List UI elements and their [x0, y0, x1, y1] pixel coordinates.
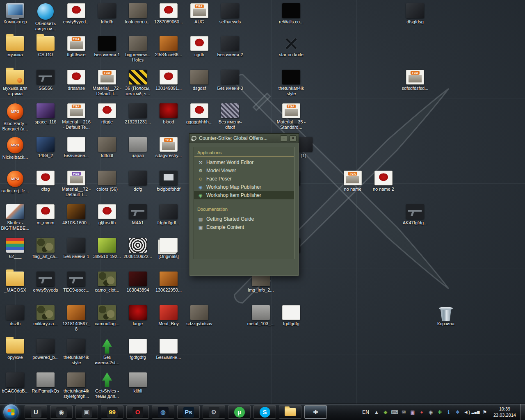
cs-99-taskbar-button[interactable]: 99: [101, 405, 123, 419]
browser-taskbar-button[interactable]: ◍: [152, 405, 174, 419]
desktop-icon[interactable]: TGAMaterial__216 - Default Te...: [61, 103, 91, 130]
desktop-icon[interactable]: TGAMaterial__35 - Standard...: [276, 103, 306, 130]
steam-taskbar-button[interactable]: ◉: [50, 405, 73, 419]
desktop-icon[interactable]: gfjhrsdth: [92, 204, 122, 226]
desktop-icon[interactable]: fgdfgdfg: [276, 305, 306, 326]
desktop-icon[interactable]: look.com.u...: [123, 3, 153, 25]
gpu-tray-icon[interactable]: ◆: [382, 409, 389, 416]
skype-taskbar-button[interactable]: S: [253, 405, 276, 419]
desktop-icon[interactable]: MP3Nickelback...: [0, 137, 30, 160]
desktop-icon[interactable]: 130149891...: [153, 70, 184, 91]
desktop-icon[interactable]: camo_clot...: [92, 272, 122, 293]
desktop-icon[interactable]: fdhdfh: [92, 3, 122, 25]
sdk-item-workshop-item-publisher[interactable]: ◉Workshop Item Publisher: [194, 191, 294, 199]
desktop-icon[interactable]: blood: [153, 103, 184, 125]
desktop-icon[interactable]: Без имени-3: [215, 70, 245, 91]
bluetooth-tray-icon[interactable]: ❖: [454, 409, 461, 416]
desktop-icon[interactable]: 48103-1600...: [61, 204, 91, 226]
desktop-icon[interactable]: 62___: [0, 238, 30, 259]
steam-tray-icon[interactable]: ◉: [427, 409, 434, 416]
network-tray-icon[interactable]: ▂▄▆: [472, 409, 479, 416]
desktop-icon[interactable]: dsgdsf: [184, 70, 215, 91]
desktop-icon[interactable]: оружие: [0, 339, 30, 360]
desktop-icon[interactable]: cgdh: [184, 36, 215, 57]
desktop-icon[interactable]: flag_art_ca...: [30, 238, 61, 259]
desktop-icon[interactable]: Без имени-1: [92, 36, 122, 57]
desktop-icon[interactable]: Безымянн...: [153, 339, 184, 360]
desktop-icon[interactable]: 1489_2: [30, 137, 61, 158]
explorer-taskbar-button[interactable]: [279, 405, 301, 419]
desktop-icon[interactable]: sefhaewds: [215, 3, 245, 25]
sdk-item-model-viewer[interactable]: ⚙Model Viewer: [194, 167, 294, 175]
desktop-icon[interactable]: царап: [123, 137, 153, 158]
desktop-icon[interactable]: [Originals]: [153, 238, 184, 259]
desktop-icon[interactable]: M4A1: [123, 204, 153, 226]
desktop-icon[interactable]: thetuhkan4ik stylefghfgh...: [61, 372, 91, 399]
desktop-icon[interactable]: reWalls.co...: [276, 3, 306, 25]
desktop-icon[interactable]: Meat_Boy: [153, 305, 184, 326]
desktop-icon[interactable]: dfsgfdsg: [400, 3, 430, 25]
language-indicator[interactable]: EN: [358, 409, 373, 415]
desktop-icon[interactable]: _MACOSX: [0, 272, 30, 293]
show-desktop-button[interactable]: [520, 404, 525, 420]
minimize-button[interactable]: –: [280, 135, 287, 142]
desktop-icon[interactable]: 1287089060...: [153, 3, 184, 25]
desktop-icon[interactable]: star on knife: [276, 36, 306, 57]
sdk-item-workshop-map-publisher[interactable]: ◉Workshop Map Publisher: [194, 183, 294, 191]
desktop-icon[interactable]: erwty5yyeds: [30, 272, 61, 293]
sdk-item-face-poser[interactable]: ☺Face Poser: [194, 175, 294, 183]
desktop-icon[interactable]: Компьютер: [0, 3, 30, 25]
desktop-icon[interactable]: 36 (Полосы, жёлтый, ч...: [123, 70, 153, 96]
desktop-icon[interactable]: мухыка для стрима: [0, 70, 30, 96]
desktop-icon[interactable]: dcfg: [123, 171, 153, 192]
desktop-icon[interactable]: 2008110922...: [123, 238, 153, 259]
desktop-icon[interactable]: bGAG0dgB...: [0, 372, 30, 394]
desktop-icon[interactable]: Get-Styles - темы для...: [92, 372, 122, 399]
desktop-icon[interactable]: Обновить лицензи...: [30, 3, 61, 32]
desktop-icon[interactable]: bigpreview... Holes: [123, 36, 153, 63]
desktop-icon[interactable]: TGAsdfsdfdsfsd...: [400, 70, 430, 91]
csgo-taskbar-button[interactable]: ✚: [304, 405, 327, 419]
desktop-icon[interactable]: MP3radio_nrj_fe...: [0, 171, 30, 194]
desktop-icon[interactable]: AK47fgfdg...: [400, 204, 430, 226]
desktop-icon[interactable]: TGAAUG: [184, 3, 215, 25]
desktop-icon[interactable]: 389510-192...: [92, 238, 122, 259]
desktop-icon[interactable]: TGAsdagvreshy...: [153, 137, 184, 158]
desktop-icon[interactable]: fgdfgdfg: [123, 339, 153, 360]
desktop-icon[interactable]: PSBMaterial__72 - Default T...: [61, 171, 91, 197]
sdk-item-hammer-world-editor[interactable]: ⚒Hammer World Editor: [194, 158, 294, 167]
utorrent-green-taskbar-button[interactable]: µ: [228, 405, 251, 419]
desktop-icon[interactable]: fdghdfgdf...: [153, 204, 184, 226]
desktop-icon[interactable]: 163043894: [123, 272, 153, 293]
sdk-item-example-content[interactable]: ▣Example Content: [194, 223, 294, 231]
desktop-icon[interactable]: space_116: [30, 103, 61, 125]
desktop-icon[interactable]: Без имени-1: [61, 238, 91, 259]
desktop-icon[interactable]: TEC9-восс...: [61, 272, 91, 293]
desktop-icon[interactable]: drtsahse: [61, 70, 91, 91]
mail-tray-icon[interactable]: ✉: [400, 409, 407, 416]
desktop-icon[interactable]: colors (56): [92, 171, 122, 192]
desktop-icon[interactable]: Корзина: [431, 305, 461, 326]
sdk-item-getting-started-guide[interactable]: ▤Getting Started Guide: [194, 215, 294, 223]
start-button[interactable]: [3, 404, 19, 420]
desktop-icon[interactable]: sdzzgvbdsav: [184, 305, 215, 326]
desktop-icon[interactable]: TGAttgttt5wre: [61, 36, 91, 57]
desktop-icon[interactable]: TGAno name: [338, 171, 368, 192]
antivirus-tray-icon[interactable]: ✚: [436, 409, 443, 416]
photoshop-taskbar-button[interactable]: Ps: [177, 405, 200, 419]
desktop-icon[interactable]: fxdgbdfbhdf: [153, 171, 184, 192]
desktop-icon[interactable]: Без имени-dfsdf: [215, 103, 245, 130]
desktop-icon[interactable]: MP3Bloc Party - Banquet (a...: [0, 103, 30, 132]
window-titlebar[interactable]: Counter-Strike: Global Offens... – ×: [189, 134, 299, 143]
opera-taskbar-button[interactable]: O: [126, 405, 149, 419]
desktop-icon[interactable]: 2f584cce66...: [153, 36, 184, 57]
utorrent-taskbar-button[interactable]: U: [25, 405, 47, 419]
desktop-icon[interactable]: thetuhkan4ik style: [276, 70, 306, 96]
desktop-icon[interactable]: dszth: [0, 305, 30, 326]
desktop-icon[interactable]: erwty5yyed...: [61, 3, 91, 25]
desktop-icon[interactable]: rtfgrje: [92, 103, 122, 125]
desktop-icon[interactable]: ggggghhhh...: [184, 103, 215, 125]
desktop-icon[interactable]: large: [123, 305, 153, 326]
desktop-icon[interactable]: metal_103_...: [246, 305, 276, 326]
desktop-icon[interactable]: m,,mmm: [30, 204, 61, 226]
